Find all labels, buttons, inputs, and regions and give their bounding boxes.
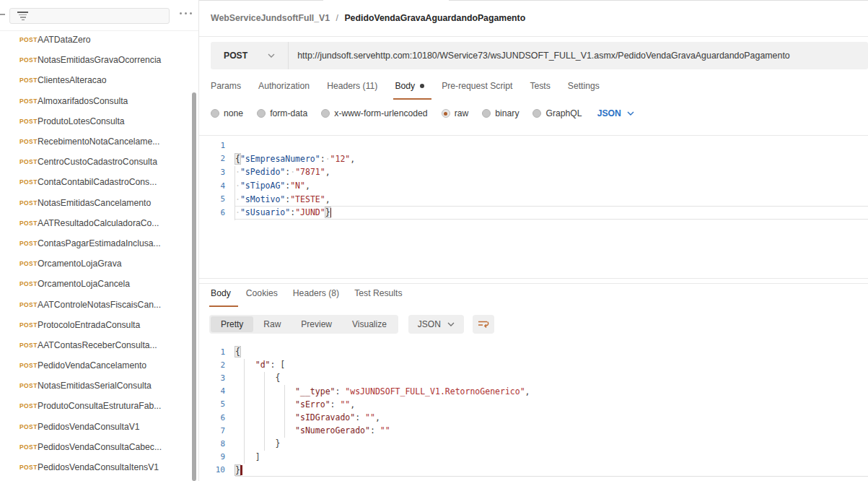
line-number: 2 <box>199 154 235 163</box>
method-badge: POST <box>19 443 38 451</box>
method-select[interactable]: POST <box>211 42 288 69</box>
sidebar-item[interactable]: POSTNotasEmitidasCancelamento <box>0 193 198 213</box>
mode-x-www-form-urlencoded[interactable]: x-www-form-urlencoded <box>321 108 427 118</box>
line-number: 3 <box>199 168 235 177</box>
line-content[interactable]: "sNumeroGerado": "" <box>235 424 868 437</box>
sidebar-scrollbar[interactable] <box>192 92 196 481</box>
breadcrumb-collection[interactable]: WebServiceJundsoftFull_V1 <box>211 13 330 23</box>
divider <box>199 283 868 284</box>
line-content[interactable]: ·"sTipoAG":"N", <box>235 179 868 193</box>
sidebar-item[interactable]: POSTCentroCustoCadastroConsulta <box>0 152 198 172</box>
filter-input[interactable] <box>34 11 157 21</box>
sidebar-item[interactable]: POSTProdutoConsultaEstruturaFab... <box>0 396 198 416</box>
line-content[interactable]: "d": [ <box>235 358 868 371</box>
view-pretty[interactable]: Pretty <box>211 316 253 332</box>
sidebar-item[interactable]: POSTAATControleNotasFiscaisCan... <box>0 294 198 314</box>
breadcrumb-request-name: PedidoVendaGravaAguardandoPagamento <box>344 13 525 23</box>
line-content[interactable]: "sIDGravado": "", <box>235 411 868 424</box>
line-content[interactable]: "sErro": "", <box>235 398 868 411</box>
sidebar-item[interactable]: POSTAATDataZero <box>0 30 198 50</box>
splitter[interactable] <box>199 278 868 279</box>
request-name: ClientesAlteracao <box>38 75 107 85</box>
sidebar-item[interactable]: POSTPedidosVendaConsultaItensV1 <box>0 457 198 477</box>
format-response-button[interactable] <box>473 315 494 334</box>
url-input[interactable]: http://jundsoft.servehttp.com:10180/WSer… <box>289 51 790 61</box>
sidebar-item[interactable]: POSTAATContasReceberConsulta... <box>0 335 198 355</box>
line-content[interactable]: ·"sMotivo":"TESTE", <box>235 192 868 206</box>
mode-raw[interactable]: raw <box>442 108 469 118</box>
view-raw[interactable]: Raw <box>253 316 291 332</box>
code-line: 5·"sMotivo":"TESTE", <box>199 192 868 206</box>
sidebar-item[interactable]: POSTProdutoLotesConsulta <box>0 111 198 131</box>
request-name: PedidosVendaConsultaItensV1 <box>38 462 159 472</box>
sidebar-item[interactable]: POSTOrcamentoLojaCancela <box>0 274 198 294</box>
response-tabs: Body Cookies Headers (8) Test Results <box>211 288 403 307</box>
code-line: 9 ] <box>199 451 868 464</box>
line-content[interactable]: {"sEmpresaNumero":·"12", <box>235 152 868 166</box>
tab-response-body[interactable]: Body <box>211 288 231 307</box>
line-content[interactable]: { <box>235 371 868 384</box>
code-line: 2 "d": [ <box>199 358 868 371</box>
mode-none[interactable]: none <box>211 108 243 118</box>
sidebar-item[interactable]: POSTProtocoloEntradaConsulta <box>0 315 198 335</box>
sidebar: POSTAATDataZeroPOSTNotasEmitidasGravaOco… <box>0 0 199 481</box>
sidebar-item[interactable]: POSTAlmoxarifadosConsulta <box>0 91 198 111</box>
sidebar-item[interactable]: POSTContasPagarEstimadaInclusa... <box>0 233 198 254</box>
sidebar-item[interactable]: POSTPedidoVendaCancelamento <box>0 355 198 376</box>
line-content[interactable]: "__type": "wsJUNDSOFT_FULL_V1.RetornoGen… <box>235 385 868 398</box>
tab-response-headers[interactable]: Headers (8) <box>293 288 339 307</box>
request-name: AATResultadoCalculadoraCo... <box>38 218 159 228</box>
language-select[interactable]: JSON <box>597 108 634 118</box>
line-content[interactable]: ·"sPedido":·"7871", <box>235 165 868 179</box>
tabstrip-edge <box>449 0 868 1</box>
response-body-viewer[interactable]: 1{2 "d": [3 {4 "__type": "wsJUNDSOFT_FUL… <box>199 339 868 481</box>
line-content[interactable]: { <box>235 345 868 358</box>
sidebar-item[interactable]: POSTContaContabilCadastroCons... <box>0 172 198 192</box>
filter-box[interactable] <box>9 8 170 24</box>
view-visualize[interactable]: Visualize <box>342 316 397 332</box>
tab-pre-request-script[interactable]: Pre-request Script <box>442 81 512 100</box>
sidebar-item[interactable]: POSTRecebimentoNotaCancelame... <box>0 131 198 152</box>
sidebar-item[interactable]: POSTNotasEmitidasGravaOcorrencia <box>0 50 198 70</box>
method-badge: POST <box>19 36 38 43</box>
method-badge: POST <box>19 321 38 329</box>
sidebar-item[interactable]: POSTClientesAlteracao <box>0 70 198 90</box>
radio-selected-icon <box>442 109 450 118</box>
line-content[interactable]: ] <box>235 451 868 464</box>
request-name: PedidosVendaConsultaV1 <box>38 422 140 432</box>
mode-graphql[interactable]: GraphQL <box>532 108 582 118</box>
request-list: POSTAATDataZeroPOSTNotasEmitidasGravaOco… <box>0 30 198 477</box>
line-number: 9 <box>199 452 235 462</box>
method-badge: POST <box>19 402 38 410</box>
tab-headers[interactable]: Headers (11) <box>327 81 377 100</box>
tab-tests[interactable]: Tests <box>530 81 550 100</box>
line-content[interactable]: } <box>235 464 868 477</box>
sidebar-item[interactable]: POSTNotasEmitidasSerialConsulta <box>0 376 198 396</box>
tab-test-results[interactable]: Test Results <box>354 288 402 307</box>
breadcrumb: WebServiceJundsoftFull_V1 / PedidoVendaG… <box>211 13 525 23</box>
line-content[interactable]: ·"sUsuario":"JUND"} <box>235 206 868 220</box>
request-body-editor[interactable]: 12{"sEmpresaNumero":·"12",3·"sPedido":·"… <box>199 136 868 278</box>
line-content[interactable]: } <box>235 437 868 450</box>
sidebar-item[interactable]: POSTPedidosVendaConsultaCabec... <box>0 437 198 457</box>
method-badge: POST <box>19 382 38 389</box>
tab-authorization[interactable]: Authorization <box>258 81 310 100</box>
line-content[interactable] <box>235 139 868 152</box>
mode-form-data[interactable]: form-data <box>257 108 307 118</box>
tab-cookies[interactable]: Cookies <box>246 288 278 307</box>
more-options-icon[interactable] <box>180 12 192 14</box>
view-preview[interactable]: Preview <box>291 316 342 332</box>
mode-binary[interactable]: binary <box>482 108 519 118</box>
tab-settings[interactable]: Settings <box>568 81 600 100</box>
sidebar-item[interactable]: POSTOrcamentoLojaGrava <box>0 254 198 274</box>
request-name: ContaContabilCadastroCons... <box>38 177 157 187</box>
line-number: 10 <box>199 465 235 474</box>
bracket-guide <box>234 166 235 220</box>
response-language-select[interactable]: JSON <box>408 315 464 334</box>
request-name: AATDataZero <box>38 35 91 45</box>
request-name: NotasEmitidasSerialConsulta <box>38 381 152 391</box>
tab-params[interactable]: Params <box>211 81 241 100</box>
tab-body[interactable]: Body <box>395 81 424 100</box>
sidebar-item[interactable]: POSTAATResultadoCalculadoraCo... <box>0 213 198 233</box>
sidebar-item[interactable]: POSTPedidosVendaConsultaV1 <box>0 417 198 437</box>
